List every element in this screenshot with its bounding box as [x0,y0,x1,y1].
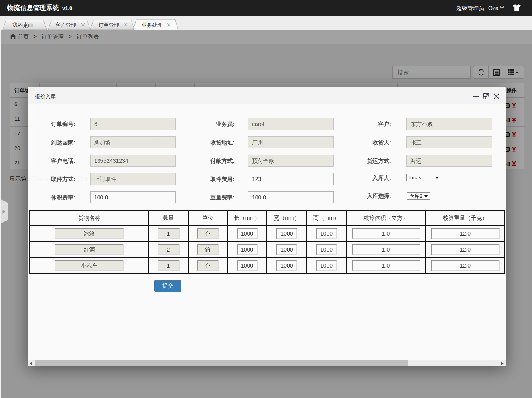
svg-text:订单管理: 订单管理 [99,22,119,28]
svg-text:我的桌面: 我的桌面 [12,22,33,28]
svg-text:客户管理: 客户管理 [55,22,76,28]
svg-text:业务处理: 业务处理 [142,22,162,28]
